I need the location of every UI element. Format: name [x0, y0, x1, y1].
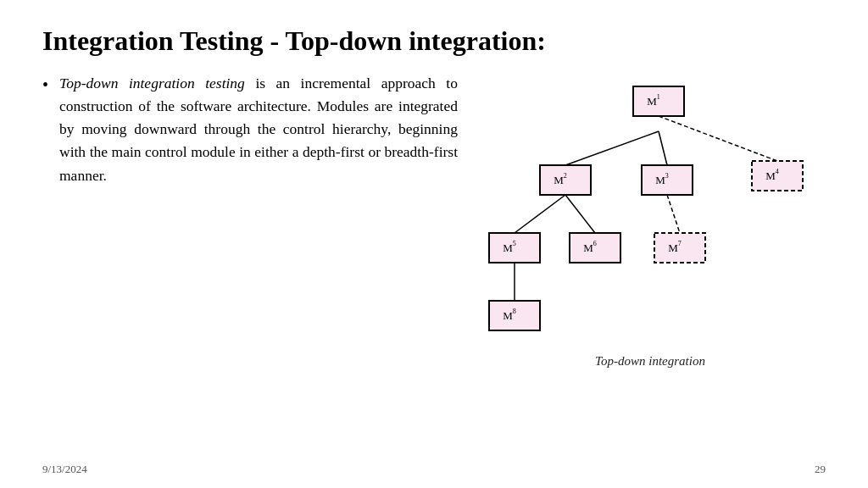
connector-m1-m3 — [659, 131, 667, 165]
box-m8 — [489, 301, 540, 330]
footer-page: 29 — [815, 463, 826, 476]
connector-m1-m4 — [659, 116, 777, 161]
text-column: Top-down integration testing is an incre… — [42, 72, 458, 187]
box-m3 — [642, 165, 693, 195]
connector-m2-m6 — [565, 195, 595, 233]
box-m7 — [654, 233, 705, 263]
connector-m2-m5 — [515, 195, 565, 233]
content-area: Top-down integration testing is an incre… — [42, 72, 826, 369]
connector-m3-m7 — [667, 195, 680, 233]
slide-title: Integration Testing - Top-down integrati… — [42, 25, 826, 57]
italic-text: Top-down integration testing — [59, 75, 245, 92]
diagram-column: M1 M2 M3 M4 M5 M6 M7 — [475, 72, 826, 369]
slide: Integration Testing - Top-down integrati… — [0, 0, 868, 488]
box-m5 — [489, 233, 540, 263]
diagram-caption: Top-down integration — [595, 354, 705, 369]
diagram-svg: M1 M2 M3 M4 M5 M6 M7 — [476, 76, 824, 347]
box-m2 — [540, 165, 591, 195]
box-m6 — [570, 233, 620, 263]
footer-date: 9/13/2024 — [42, 463, 87, 476]
connector-m1-m2 — [565, 131, 659, 165]
bullet-paragraph: Top-down integration testing is an incre… — [42, 72, 458, 187]
box-m1 — [633, 86, 684, 116]
box-m4 — [752, 161, 803, 191]
